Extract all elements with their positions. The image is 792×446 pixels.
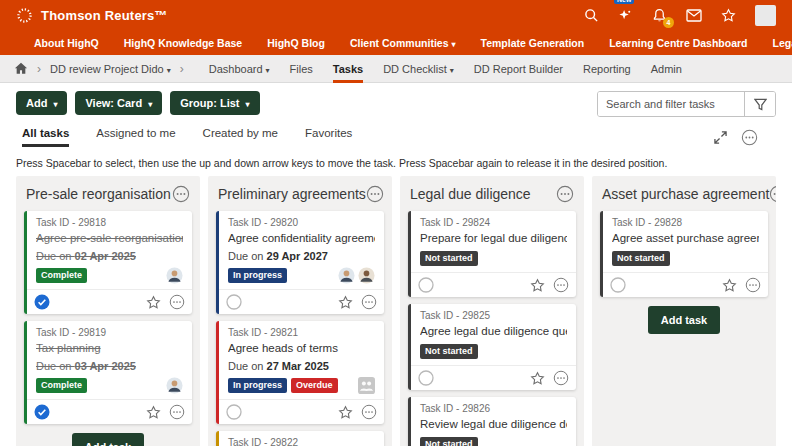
task-due-date: Due on 03 Apr 2025 bbox=[36, 360, 183, 372]
module-tab-files[interactable]: Files bbox=[290, 55, 313, 83]
module-tab-dd-checklist[interactable]: DD Checklist▾ bbox=[383, 55, 454, 83]
column-header: Preliminary agreements bbox=[216, 180, 384, 211]
filter-icon[interactable] bbox=[744, 92, 775, 116]
task-card[interactable]: Task ID - 29825Agree legal due diligence… bbox=[408, 304, 576, 390]
module-tab-dashboard[interactable]: Dashboard▾ bbox=[209, 55, 270, 83]
task-card[interactable]: Task ID - 29820Agree confidentiality agr… bbox=[216, 211, 384, 314]
task-checked-icon[interactable] bbox=[34, 294, 50, 310]
assignee-avatars bbox=[166, 267, 183, 284]
view-card-button[interactable]: View: Card ▾ bbox=[75, 91, 162, 115]
task-card-footer bbox=[219, 289, 384, 314]
tab-created-by-me[interactable]: Created by me bbox=[203, 127, 278, 147]
task-card[interactable]: Task ID - 29822Agree exclusivity agreeme… bbox=[216, 431, 384, 446]
add-task-button[interactable]: Add task bbox=[72, 433, 144, 446]
favorite-star-icon[interactable] bbox=[530, 371, 545, 386]
home-icon[interactable] bbox=[14, 62, 28, 75]
favorite-star-icon[interactable] bbox=[530, 278, 545, 293]
more-options-icon[interactable] bbox=[741, 129, 758, 146]
task-unchecked-icon[interactable] bbox=[418, 277, 434, 293]
thomson-reuters-logo-icon[interactable] bbox=[16, 7, 33, 24]
ai-sparkle-icon[interactable]: New bbox=[618, 8, 633, 23]
brand-title: Thomson Reuters™ bbox=[41, 8, 168, 23]
task-card-actions bbox=[338, 404, 377, 420]
task-unchecked-icon[interactable] bbox=[418, 370, 434, 386]
task-title: Agree legal due diligence questionnaire bbox=[420, 325, 567, 338]
task-checked-icon[interactable] bbox=[34, 404, 50, 420]
task-title: Agree pre-sale reorganisation structure … bbox=[36, 232, 183, 245]
task-menu-icon[interactable] bbox=[361, 404, 377, 420]
task-id-label: Task ID - 29825 bbox=[420, 310, 567, 321]
assignee-avatar[interactable] bbox=[358, 267, 375, 284]
module-tab-dd-report-builder[interactable]: DD Report Builder bbox=[474, 55, 563, 83]
nav-item-highq-knowledge-base[interactable]: HighQ Knowledge Base bbox=[124, 37, 242, 49]
task-unchecked-icon[interactable] bbox=[226, 404, 242, 420]
task-card-footer bbox=[27, 289, 192, 314]
column-title: Pre-sale reorganisation bbox=[26, 186, 171, 202]
assignee-avatar[interactable] bbox=[338, 267, 355, 284]
tab-assigned-to-me[interactable]: Assigned to me bbox=[96, 127, 175, 147]
add-button[interactable]: Add ▾ bbox=[16, 91, 67, 115]
column-header: Legal due diligence bbox=[408, 180, 576, 211]
column-menu-icon[interactable] bbox=[366, 185, 384, 203]
search-input[interactable] bbox=[598, 92, 744, 116]
user-avatar[interactable] bbox=[755, 5, 776, 26]
kanban-board: Pre-sale reorganisationTask ID - 29818Ag… bbox=[16, 176, 776, 446]
task-menu-icon[interactable] bbox=[745, 277, 761, 293]
task-badge-row: In progressOverdue bbox=[228, 377, 375, 394]
module-tab-admin[interactable]: Admin bbox=[651, 55, 682, 83]
favorite-star-icon[interactable] bbox=[338, 295, 353, 310]
task-menu-icon[interactable] bbox=[169, 404, 185, 420]
favorite-star-icon[interactable] bbox=[146, 405, 161, 420]
task-menu-icon[interactable] bbox=[361, 294, 377, 310]
group-list-button[interactable]: Group: List ▾ bbox=[170, 91, 259, 115]
column-menu-icon[interactable] bbox=[769, 185, 776, 203]
task-unchecked-icon[interactable] bbox=[226, 294, 242, 310]
task-due-date: Due on 29 Apr 2027 bbox=[228, 250, 375, 262]
task-badge-row: Not started bbox=[420, 343, 567, 360]
favorite-star-icon[interactable] bbox=[146, 295, 161, 310]
add-task-button[interactable]: Add task bbox=[648, 306, 720, 334]
column-title: Preliminary agreements bbox=[218, 186, 366, 202]
module-tab-tasks[interactable]: Tasks bbox=[333, 55, 363, 83]
assignee-avatar[interactable] bbox=[166, 267, 183, 284]
breadcrumb-project[interactable]: DD review Project Dido▾ bbox=[50, 55, 171, 83]
tab-all-tasks[interactable]: All tasks bbox=[22, 127, 69, 147]
task-menu-icon[interactable] bbox=[169, 294, 185, 310]
nav-item-about-highq[interactable]: About HighQ bbox=[34, 37, 99, 49]
task-card[interactable]: Task ID - 29818Agree pre-sale reorganisa… bbox=[24, 211, 192, 314]
nav-item-learning-centre-dashboard[interactable]: Learning Centre Dashboard bbox=[609, 37, 747, 49]
favorite-star-icon[interactable] bbox=[722, 278, 737, 293]
assignee-avatar[interactable] bbox=[166, 377, 183, 394]
task-card-body: Task ID - 29824Prepare for legal due dil… bbox=[411, 211, 576, 272]
task-badge-row: Complete bbox=[36, 377, 183, 394]
task-menu-icon[interactable] bbox=[553, 277, 569, 293]
secondary-nav: About HighQHighQ Knowledge BaseHighQ Blo… bbox=[0, 30, 792, 55]
task-card-actions bbox=[530, 370, 569, 386]
favorite-star-icon[interactable] bbox=[338, 405, 353, 420]
task-card[interactable]: Task ID - 29826Review legal due diligenc… bbox=[408, 397, 576, 446]
favorites-star-icon[interactable] bbox=[721, 8, 736, 23]
status-badge-in-progress: In progress bbox=[228, 378, 287, 393]
nav-item-highq-blog[interactable]: HighQ Blog bbox=[267, 37, 325, 49]
nav-item-legal-spend-management[interactable]: Legal spend Management bbox=[772, 37, 792, 49]
breadcrumb-separator: › bbox=[180, 62, 184, 76]
column-menu-icon[interactable] bbox=[556, 185, 574, 203]
group-avatar-icon[interactable] bbox=[358, 377, 375, 394]
task-unchecked-icon[interactable] bbox=[610, 277, 626, 293]
task-card[interactable]: Task ID - 29821Agree heads of termsDue o… bbox=[216, 321, 384, 424]
nav-item-template-generation[interactable]: Template Generation bbox=[481, 37, 585, 49]
module-tab-reporting[interactable]: Reporting bbox=[583, 55, 631, 83]
column-header: Asset purchase agreement bbox=[600, 180, 768, 211]
tab-favorites[interactable]: Favorites bbox=[305, 127, 352, 147]
task-title: Agree heads of terms bbox=[228, 342, 375, 355]
notifications-bell-icon[interactable]: 4 bbox=[652, 8, 667, 23]
column-menu-icon[interactable] bbox=[172, 185, 190, 203]
task-card[interactable]: Task ID - 29819Tax planningDue on 03 Apr… bbox=[24, 321, 192, 424]
task-menu-icon[interactable] bbox=[553, 370, 569, 386]
expand-icon[interactable] bbox=[714, 131, 727, 144]
task-card[interactable]: Task ID - 29828Agree asset purchase agre… bbox=[600, 211, 768, 297]
messages-envelope-icon[interactable] bbox=[686, 9, 702, 22]
search-icon[interactable] bbox=[584, 8, 599, 23]
nav-item-client-communities[interactable]: Client Communities▾ bbox=[350, 37, 456, 49]
task-card[interactable]: Task ID - 29824Prepare for legal due dil… bbox=[408, 211, 576, 297]
